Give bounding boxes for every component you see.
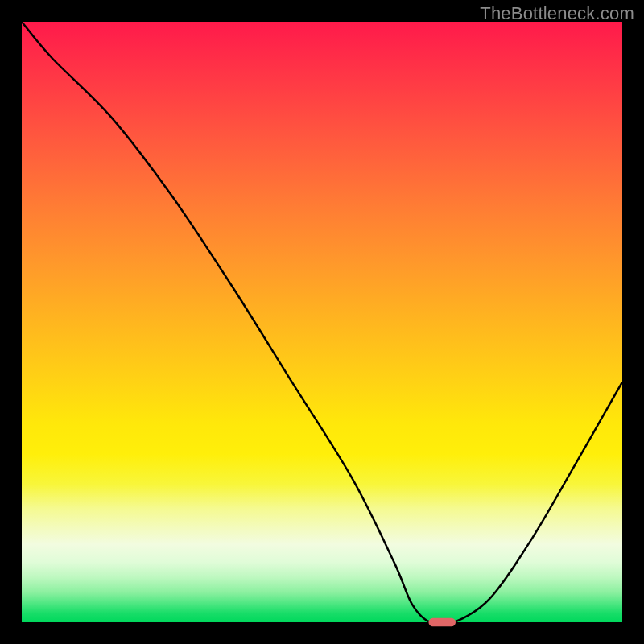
- chart-frame: TheBottleneck.com: [0, 0, 644, 644]
- bottleneck-curve: [22, 22, 622, 625]
- plot-area: [22, 22, 622, 622]
- chart-svg: [22, 22, 622, 622]
- min-marker: [428, 618, 456, 626]
